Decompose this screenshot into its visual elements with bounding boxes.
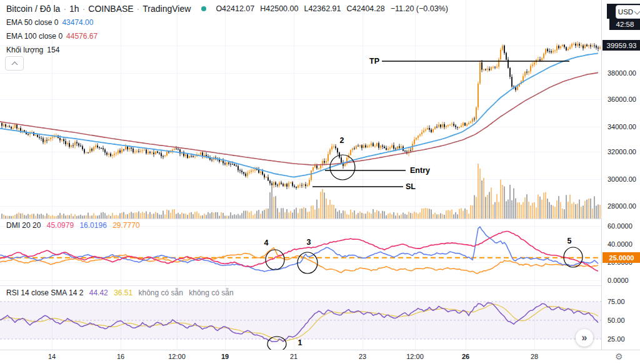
time-axis-label: 16 bbox=[117, 353, 124, 360]
time-axis-label: 12:00 bbox=[406, 353, 424, 360]
volume-series bbox=[1, 164, 601, 219]
price-axis-label: 38000.00 bbox=[608, 69, 636, 77]
last-price-label: 39959.93 bbox=[602, 40, 640, 51]
currency-selector[interactable]: USD bbox=[616, 5, 640, 19]
legend-separator: · bbox=[137, 4, 140, 14]
exchange-label[interactable]: COINBASE bbox=[88, 4, 133, 14]
grid bbox=[0, 0, 601, 350]
price-axis-label: 34000.00 bbox=[608, 123, 636, 130]
scroll-to-recent-button[interactable]: » bbox=[576, 329, 593, 347]
legend-separator: · bbox=[82, 4, 86, 14]
time-axis-label: 12:00 bbox=[168, 353, 186, 360]
price-axis-label: 60.0000 bbox=[608, 222, 632, 230]
price-axis-label: 25.00 bbox=[608, 335, 625, 343]
chart-canvas[interactable] bbox=[0, 0, 640, 364]
time-axis-label: 26 bbox=[462, 353, 469, 360]
collapse-legend-button[interactable] bbox=[5, 56, 24, 71]
platform-label[interactable]: TradingView bbox=[142, 4, 191, 14]
price-axis-label: 28000.00 bbox=[608, 202, 636, 210]
price-change: −11.20 (−0.03%) bbox=[391, 4, 448, 13]
ohlc-values: O42412.07 H42500.00 L42362.91 C42404.28 … bbox=[216, 4, 448, 13]
chevron-up-icon bbox=[11, 61, 18, 67]
gear-icon[interactable]: ⚙ bbox=[615, 352, 623, 362]
price-axis-label: 40.0000 bbox=[608, 240, 632, 248]
legend-separator: · bbox=[63, 4, 66, 14]
double-chevron-right-icon: » bbox=[582, 332, 588, 343]
dmi-level-label: 25.0000 bbox=[602, 252, 640, 263]
interval-label[interactable]: 1h bbox=[69, 4, 79, 14]
time-axis-label: 28 bbox=[531, 353, 538, 360]
time-axis-label: 23 bbox=[359, 353, 366, 360]
dmi-plus-line bbox=[0, 232, 598, 272]
chart-panes bbox=[0, 0, 601, 350]
market-status-dot[interactable] bbox=[201, 6, 206, 11]
price-axis-label: 0.0000 bbox=[608, 277, 629, 284]
time-axis-label: 14 bbox=[48, 353, 56, 360]
rsi-legend[interactable]: RSI 14 close SMA 14 2 44.42 36.51 không … bbox=[6, 288, 238, 297]
price-axis-label: 30000.00 bbox=[608, 175, 636, 183]
symbol-title[interactable]: Bitcoin / Đô la bbox=[6, 4, 60, 14]
time-axis-label: 19 bbox=[221, 353, 229, 360]
dmi-adx-line bbox=[0, 248, 598, 273]
price-axis[interactable]: USD 42:58 39959.93 25.0000 38000.0036000… bbox=[601, 0, 640, 350]
price-axis-label: 32000.00 bbox=[608, 148, 636, 155]
bar-countdown: 42:58 bbox=[609, 19, 640, 30]
price-axis-label: 75.00 bbox=[608, 298, 625, 305]
price-axis-label: 36000.00 bbox=[608, 96, 636, 103]
price-axis-label: 50.00 bbox=[608, 317, 625, 324]
ema50-line bbox=[0, 53, 598, 177]
ellipse-drawing[interactable] bbox=[330, 155, 355, 180]
volume-legend[interactable]: Khối lượng154 bbox=[6, 46, 63, 54]
ema100-legend[interactable]: EMA 100 close 044576.67 bbox=[6, 32, 101, 41]
ema50-legend[interactable]: EMA 50 close 043474.00 bbox=[6, 18, 97, 27]
chevron-down-icon bbox=[634, 8, 640, 14]
time-axis-label: 21 bbox=[290, 353, 298, 360]
candlestick-series bbox=[1, 41, 601, 190]
dmi-legend[interactable]: DMI 20 20 45.0979 16.0196 29.7770 bbox=[6, 221, 144, 230]
symbol-legend[interactable]: Bitcoin / Đô la · 1h · COINBASE · Tradin… bbox=[6, 4, 448, 14]
time-axis[interactable]: 141612:0019212312:002628 ⚙ bbox=[0, 350, 640, 364]
tradingview-chart-window: TP Entry SL 2 4 3 5 1 Bitcoin / Đô la · … bbox=[0, 0, 640, 364]
ellipse-drawing[interactable] bbox=[266, 250, 284, 270]
